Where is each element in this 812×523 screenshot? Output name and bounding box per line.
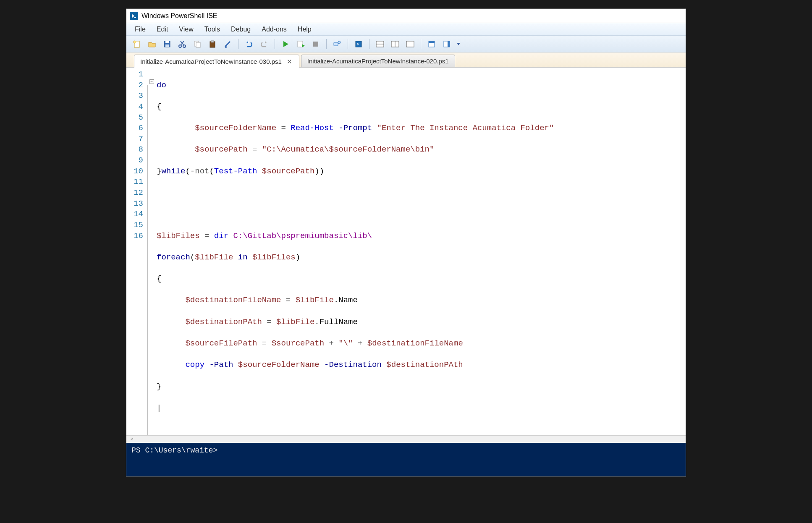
toolbar [126, 36, 686, 52]
window-title: Windows PowerShell ISE [141, 12, 217, 20]
remote-icon[interactable] [331, 38, 343, 50]
save-file-icon[interactable] [161, 38, 173, 50]
powershell-pane-icon[interactable] [352, 38, 365, 50]
show-command-icon[interactable] [440, 38, 453, 50]
console-pane[interactable]: PS C:\Users\rwaite> [126, 443, 686, 476]
run-selection-icon[interactable] [294, 38, 307, 50]
show-script-icon[interactable] [425, 38, 438, 50]
open-file-icon[interactable] [146, 38, 158, 50]
svg-marker-29 [457, 43, 460, 45]
code-content[interactable]: do { $sourceFolderName = Read-Host -Prom… [156, 69, 686, 435]
close-icon[interactable]: ✕ [286, 58, 293, 65]
svg-point-18 [338, 41, 341, 44]
menu-help[interactable]: Help [293, 24, 317, 35]
line-number-gutter: 1234 5678 9101112 13141516 [126, 69, 147, 435]
run-script-icon[interactable] [279, 38, 292, 50]
toolbar-separator [421, 39, 421, 49]
toolbar-separator [326, 39, 327, 49]
svg-marker-15 [302, 44, 305, 47]
svg-marker-13 [283, 41, 288, 47]
fold-gutter[interactable]: – – [147, 69, 156, 435]
menu-file[interactable]: File [130, 24, 151, 35]
toolbar-separator [275, 39, 275, 49]
statusbar-scroll-hint: < [131, 437, 133, 442]
stop-icon[interactable] [309, 38, 322, 50]
titlebar[interactable]: Windows PowerShell ISE [126, 9, 686, 23]
svg-rect-1 [134, 17, 136, 18]
menu-addons[interactable]: Add-ons [257, 24, 292, 35]
console-prompt: PS C:\Users\rwaite> [131, 446, 217, 455]
svg-rect-24 [406, 41, 414, 47]
undo-icon[interactable] [243, 38, 255, 50]
paste-icon[interactable] [206, 38, 219, 50]
toolbar-separator [348, 39, 348, 49]
svg-rect-28 [448, 41, 450, 47]
toolbar-separator [238, 39, 238, 49]
menubar: File Edit View Tools Debug Add-ons Help [126, 23, 686, 36]
new-file-icon[interactable] [131, 38, 143, 50]
svg-point-7 [179, 45, 181, 47]
tab-label: Initialize-AcumaticaProjectToNewInstance… [307, 58, 449, 65]
menu-edit[interactable]: Edit [152, 24, 173, 35]
svg-point-3 [134, 41, 136, 43]
code-editor[interactable]: 1234 5678 9101112 13141516 – – do { $sou… [126, 68, 686, 435]
layout-split-h-icon[interactable] [374, 38, 386, 50]
layout-full-icon[interactable] [404, 38, 416, 50]
menu-debug[interactable]: Debug [226, 24, 256, 35]
editor-statusbar: < [126, 435, 686, 443]
redo-icon[interactable] [258, 38, 270, 50]
copy-icon[interactable] [191, 38, 204, 50]
cut-icon[interactable] [176, 38, 189, 50]
toolbox-dropdown-icon[interactable] [456, 38, 461, 50]
menu-tools[interactable]: Tools [199, 24, 225, 35]
menu-view[interactable]: View [174, 24, 198, 35]
tab-label: Initialize-AcumaticaProjectToNewInstance… [140, 58, 282, 65]
app-icon [130, 12, 138, 20]
app-window: Windows PowerShell ISE File Edit View To… [126, 8, 686, 477]
tabstrip: Initialize-AcumaticaProjectToNewInstance… [126, 52, 686, 68]
svg-rect-26 [429, 41, 435, 43]
svg-rect-17 [334, 42, 338, 46]
svg-rect-16 [313, 42, 318, 47]
tab-active[interactable]: Initialize-AcumaticaProjectToNewInstance… [134, 55, 299, 68]
svg-rect-10 [196, 42, 200, 47]
svg-point-8 [183, 45, 186, 47]
layout-split-v-icon[interactable] [389, 38, 401, 50]
svg-marker-0 [132, 14, 134, 18]
fold-toggle-icon[interactable]: – [149, 79, 154, 84]
svg-rect-6 [165, 44, 169, 47]
svg-rect-12 [211, 41, 214, 42]
toolbar-separator [369, 39, 369, 49]
svg-rect-5 [165, 41, 169, 43]
clear-icon[interactable] [221, 38, 234, 50]
tab-inactive[interactable]: Initialize-AcumaticaProjectToNewInstance… [301, 55, 455, 67]
